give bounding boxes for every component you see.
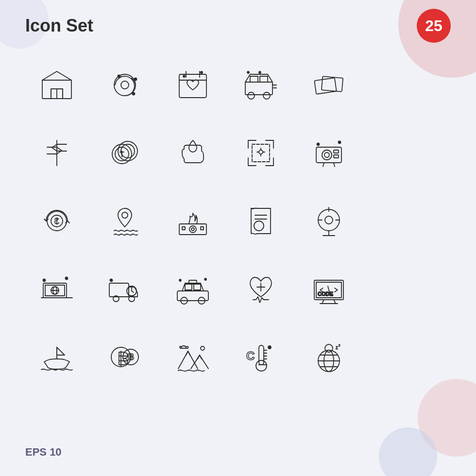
coins-icon [93, 121, 156, 185]
svg-point-20 [263, 92, 270, 99]
svg-text:z: z [339, 343, 340, 347]
water-hand-icon [161, 121, 224, 185]
svg-point-82 [110, 279, 113, 282]
svg-rect-57 [201, 227, 204, 230]
eps-label: EPS 10 [25, 446, 62, 459]
location-water-icon [93, 189, 156, 253]
calendar-heart-icon [161, 53, 224, 117]
cards-icon [297, 53, 360, 117]
svg-point-24 [247, 71, 249, 73]
svg-rect-85 [194, 284, 201, 290]
signpost-icon [25, 121, 88, 185]
svg-point-8 [135, 78, 137, 81]
svg-point-15 [201, 71, 203, 73]
heart-health-icon [229, 257, 292, 321]
ar-icon [229, 121, 292, 185]
dollar-orbit-icon [25, 189, 88, 253]
svg-point-74 [43, 279, 46, 282]
icons-grid: CODE B [25, 53, 360, 389]
svg-line-46 [334, 163, 335, 167]
warehouse-icon [25, 53, 88, 117]
svg-point-23 [259, 71, 261, 73]
svg-point-116 [268, 346, 271, 349]
food-truck-icon [229, 53, 292, 117]
svg-text:CODE: CODE [318, 291, 333, 297]
svg-rect-17 [250, 76, 258, 82]
receipt-icon [229, 189, 292, 253]
svg-point-109 [256, 360, 267, 371]
svg-point-62 [325, 216, 333, 224]
svg-line-96 [334, 300, 336, 304]
laptop-globe-icon [25, 257, 88, 321]
svg-point-122 [325, 344, 333, 352]
svg-point-6 [121, 81, 129, 89]
svg-rect-10 [179, 74, 206, 98]
ship-icon [25, 325, 88, 389]
svg-rect-44 [334, 155, 339, 158]
svg-point-55 [191, 228, 194, 231]
svg-point-75 [66, 277, 68, 280]
target-circle-icon [297, 189, 360, 253]
svg-point-35 [259, 150, 263, 154]
svg-rect-43 [334, 150, 339, 153]
svg-line-45 [323, 163, 324, 167]
svg-rect-25 [314, 78, 336, 94]
svg-text:z: z [336, 345, 338, 350]
target-radar-icon [93, 53, 156, 117]
svg-rect-76 [109, 283, 129, 297]
svg-point-9 [133, 93, 135, 95]
svg-rect-18 [260, 76, 268, 82]
svg-rect-108 [259, 345, 264, 365]
code-screen-icon: CODE [297, 257, 360, 321]
projector-icon [297, 121, 360, 185]
svg-point-90 [204, 278, 206, 280]
mountain-icon [161, 325, 224, 389]
page-title: Icon Set [25, 16, 93, 36]
svg-point-107 [201, 346, 204, 350]
delivery-time-icon [93, 257, 156, 321]
svg-point-48 [339, 141, 341, 144]
svg-point-47 [317, 143, 320, 146]
svg-point-41 [322, 150, 332, 160]
svg-point-89 [179, 279, 181, 281]
global-person-icon: z z [297, 325, 360, 389]
thermometer-icon: C [229, 325, 292, 389]
svg-text:B: B [128, 352, 134, 362]
burning-money-icon [161, 189, 224, 253]
svg-point-60 [254, 221, 264, 231]
svg-point-52 [122, 212, 128, 218]
svg-rect-34 [252, 144, 270, 162]
svg-rect-83 [177, 291, 208, 301]
taxi-icon [161, 257, 224, 321]
svg-point-14 [183, 75, 185, 77]
svg-line-81 [132, 291, 134, 292]
svg-text:C: C [246, 349, 255, 362]
svg-rect-26 [322, 76, 343, 92]
svg-point-19 [248, 92, 255, 99]
svg-point-54 [189, 226, 196, 233]
svg-point-42 [324, 153, 329, 157]
svg-rect-56 [182, 227, 185, 230]
svg-rect-84 [185, 284, 192, 290]
bitcoin-icon: B [93, 325, 156, 389]
svg-line-95 [322, 300, 324, 304]
badge-number: 25 [417, 9, 451, 43]
